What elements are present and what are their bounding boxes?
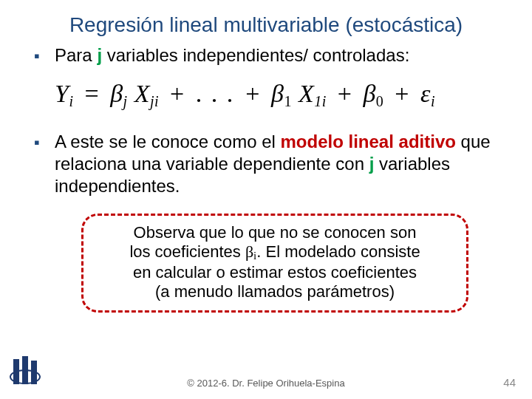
- slide-content: Para j variables independientes/ control…: [0, 37, 532, 313]
- eq-dots: . . .: [196, 80, 235, 107]
- eq-Y: Y: [55, 80, 69, 107]
- callout-beta: β: [245, 242, 253, 261]
- eq-eps-sub: i: [431, 93, 435, 109]
- bullet-2-pre: A este se le conoce como el: [55, 132, 281, 151]
- bullet-1-post: variables independientes/ controladas:: [102, 45, 409, 65]
- bullet-2-term: modelo lineal aditivo: [281, 132, 456, 151]
- eq-plus-1: +: [166, 80, 189, 107]
- eq-beta-j-sub: j: [123, 93, 128, 109]
- slide-title: Regresión lineal multivariable (estocást…: [0, 0, 532, 37]
- page-number: 44: [503, 376, 516, 389]
- callout-line-2b: . El modelado consiste: [256, 242, 420, 261]
- bullet-1: Para j variables independientes/ control…: [52, 44, 498, 66]
- eq-X-1: X: [299, 80, 314, 107]
- eq-plus-3: +: [333, 80, 357, 107]
- equation: Yi = βj Xji + . . . + β1 X1i + β0 + εi: [55, 80, 498, 110]
- eq-X-j-sub: ji: [150, 93, 159, 109]
- callout-line-1: Observa que lo que no se conocen son: [134, 223, 417, 242]
- callout-box: Observa que lo que no se conocen son los…: [81, 214, 468, 313]
- footer-copyright: © 2012-6. Dr. Felipe Orihuela-Espina: [0, 378, 532, 389]
- eq-Y-sub: i: [69, 93, 73, 109]
- eq-beta-0-sub: 0: [376, 93, 384, 109]
- eq-plus-4: +: [390, 80, 414, 107]
- eq-beta-1-sub: 1: [284, 93, 292, 109]
- eq-beta-j: β: [110, 80, 123, 107]
- bullet-2: A este se le conoce como el modelo linea…: [52, 131, 498, 197]
- callout-line-2a: los coeficientes: [129, 242, 245, 261]
- eq-X-1-sub: 1i: [314, 93, 327, 109]
- callout-line-4: (a menudo llamados parámetros): [155, 282, 395, 301]
- eq-beta-1: β: [271, 80, 284, 107]
- eq-equals: =: [80, 80, 110, 107]
- eq-plus-2: +: [241, 80, 265, 107]
- eq-eps: ε: [420, 80, 431, 107]
- callout-line-3: en calcular o estimar estos coeficientes: [133, 263, 417, 282]
- bullet-1-pre: Para: [55, 45, 97, 65]
- eq-X-j: X: [134, 80, 150, 107]
- eq-beta-0: β: [363, 80, 375, 107]
